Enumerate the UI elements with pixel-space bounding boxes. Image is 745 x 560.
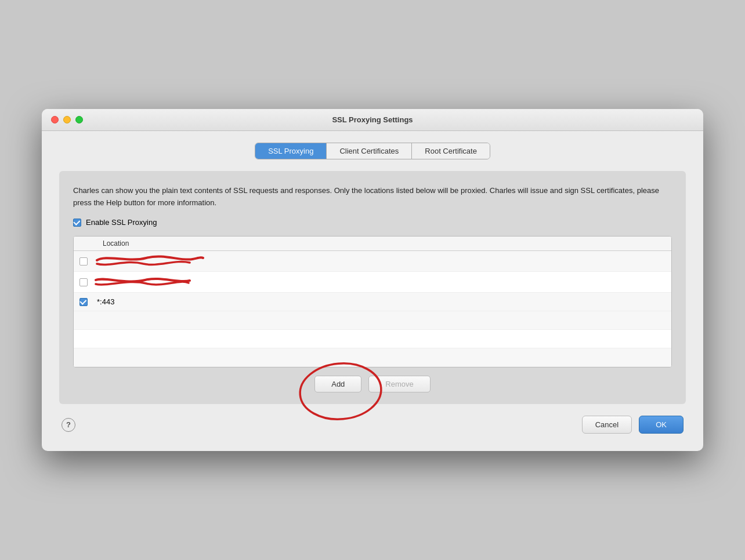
row3-checkbox[interactable]	[79, 298, 88, 306]
tab-group: SSL Proxying Client Certificates Root Ce…	[255, 143, 490, 159]
ok-button[interactable]: OK	[639, 416, 683, 434]
table-row[interactable]	[74, 272, 671, 293]
tab-ssl-proxying[interactable]: SSL Proxying	[255, 143, 327, 159]
row1-redacted	[97, 255, 201, 266]
column-header-location: Location	[103, 239, 129, 248]
enable-ssl-checkbox[interactable]	[73, 219, 81, 227]
table-row[interactable]	[74, 251, 671, 272]
traffic-lights	[51, 116, 83, 123]
row1-content	[97, 255, 666, 267]
tab-client-certificates[interactable]: Client Certificates	[327, 143, 412, 159]
tab-root-certificate[interactable]: Root Certificate	[412, 143, 490, 159]
action-buttons-row: Add Remove	[73, 376, 672, 392]
description-text: Charles can show you the plain text cont…	[73, 185, 672, 209]
row1-checkbox[interactable]	[79, 257, 88, 266]
row3-checkbox-wrapper[interactable]	[79, 298, 97, 306]
content-area: Charles can show you the plain text cont…	[59, 171, 686, 405]
scribble-svg2	[94, 273, 210, 289]
titlebar: SSL Proxying Settings	[42, 109, 703, 131]
add-button[interactable]: Add	[314, 376, 361, 392]
table-row[interactable]: *:443	[74, 293, 671, 311]
table-empty-row	[74, 330, 671, 348]
add-button-wrapper: Add	[314, 376, 361, 392]
enable-ssl-row[interactable]: Enable SSL Proxying	[73, 218, 672, 227]
row3-value: *:443	[97, 297, 666, 306]
table-header: Location	[74, 237, 671, 251]
help-button[interactable]: ?	[62, 418, 75, 432]
bottom-actions: Cancel OK	[582, 416, 683, 434]
table-empty-row	[74, 311, 671, 330]
cancel-button[interactable]: Cancel	[582, 416, 632, 434]
bottom-bar: ? Cancel OK	[59, 416, 686, 434]
close-button[interactable]	[51, 116, 59, 123]
tab-bar: SSL Proxying Client Certificates Root Ce…	[59, 143, 686, 159]
window-body: SSL Proxying Client Certificates Root Ce…	[42, 131, 703, 452]
row2-redacted	[97, 276, 201, 286]
row2-checkbox[interactable]	[79, 278, 88, 286]
table-empty-row	[74, 348, 671, 367]
enable-ssl-label: Enable SSL Proxying	[86, 218, 157, 227]
minimize-button[interactable]	[63, 116, 71, 123]
location-table: Location	[73, 236, 672, 368]
window-title: SSL Proxying Settings	[332, 115, 413, 124]
dialog-window: SSL Proxying Settings SSL Proxying Clien…	[42, 109, 703, 452]
row2-content	[97, 276, 666, 288]
scribble-svg	[94, 252, 210, 270]
maximize-button[interactable]	[75, 116, 83, 123]
remove-button[interactable]: Remove	[368, 376, 430, 392]
